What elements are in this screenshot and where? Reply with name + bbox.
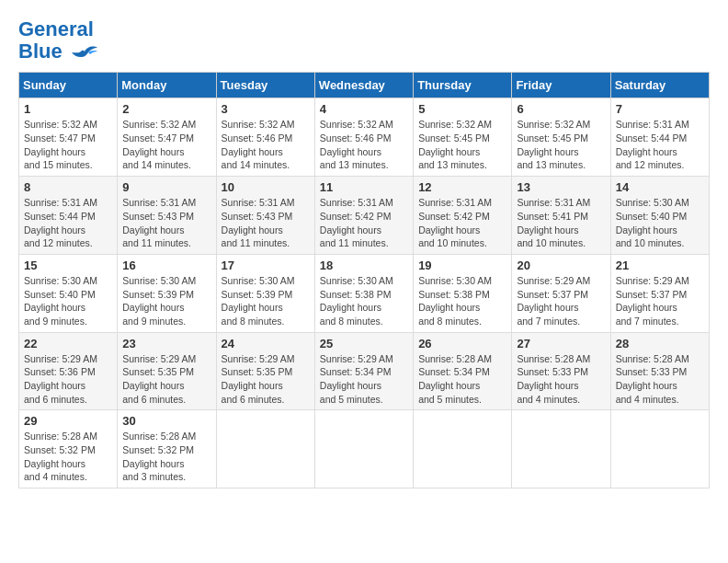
day-number: 16 [122,259,210,272]
day-number: 18 [320,259,408,272]
day-info: Sunrise: 5:29 AM Sunset: 5:35 PM Dayligh… [122,352,210,407]
day-number: 19 [418,259,506,272]
calendar-cell: 6 Sunrise: 5:32 AM Sunset: 5:45 PM Dayli… [512,98,610,177]
day-number: 27 [517,337,605,350]
day-info: Sunrise: 5:32 AM Sunset: 5:45 PM Dayligh… [517,118,605,172]
day-info: Sunrise: 5:32 AM Sunset: 5:47 PM Dayligh… [122,118,210,172]
calendar-cell [610,410,709,488]
calendar-cell: 28 Sunrise: 5:28 AM Sunset: 5:33 PM Dayl… [610,332,709,410]
day-info: Sunrise: 5:30 AM Sunset: 5:38 PM Dayligh… [418,274,506,328]
calendar-cell: 15 Sunrise: 5:30 AM Sunset: 5:40 PM Dayl… [19,254,118,332]
day-number: 21 [616,259,704,272]
day-number: 28 [616,337,704,350]
calendar-week-4: 22 Sunrise: 5:29 AM Sunset: 5:36 PM Dayl… [19,332,710,410]
day-number: 7 [616,102,704,116]
calendar-cell: 7 Sunrise: 5:31 AM Sunset: 5:44 PM Dayli… [610,98,709,177]
day-number: 20 [517,259,605,272]
day-info: Sunrise: 5:31 AM Sunset: 5:41 PM Dayligh… [517,196,605,250]
day-number: 6 [517,102,605,116]
calendar-cell: 11 Sunrise: 5:31 AM Sunset: 5:42 PM Dayl… [314,177,413,255]
calendar-cell: 8 Sunrise: 5:31 AM Sunset: 5:44 PM Dayli… [19,177,118,255]
weekday-header-sunday: Sunday [19,73,118,98]
day-info: Sunrise: 5:28 AM Sunset: 5:33 PM Dayligh… [517,352,605,407]
day-info: Sunrise: 5:28 AM Sunset: 5:32 PM Dayligh… [24,430,112,484]
calendar-cell: 3 Sunrise: 5:32 AM Sunset: 5:46 PM Dayli… [216,98,314,177]
day-info: Sunrise: 5:28 AM Sunset: 5:33 PM Dayligh… [616,352,704,407]
calendar-cell: 16 Sunrise: 5:30 AM Sunset: 5:39 PM Dayl… [118,254,216,332]
day-info: Sunrise: 5:31 AM Sunset: 5:44 PM Dayligh… [616,118,704,172]
day-number: 1 [24,102,112,116]
day-number: 2 [122,102,210,116]
day-info: Sunrise: 5:32 AM Sunset: 5:46 PM Dayligh… [320,118,408,172]
calendar-cell: 18 Sunrise: 5:30 AM Sunset: 5:38 PM Dayl… [314,254,413,332]
day-info: Sunrise: 5:29 AM Sunset: 5:37 PM Dayligh… [517,274,605,328]
calendar-cell: 22 Sunrise: 5:29 AM Sunset: 5:36 PM Dayl… [19,332,118,410]
day-number: 15 [24,259,112,272]
calendar-week-5: 29 Sunrise: 5:28 AM Sunset: 5:32 PM Dayl… [19,410,710,488]
calendar-cell: 25 Sunrise: 5:29 AM Sunset: 5:34 PM Dayl… [314,332,413,410]
calendar-cell: 19 Sunrise: 5:30 AM Sunset: 5:38 PM Dayl… [414,254,512,332]
calendar-week-3: 15 Sunrise: 5:30 AM Sunset: 5:40 PM Dayl… [19,254,710,332]
day-info: Sunrise: 5:28 AM Sunset: 5:32 PM Dayligh… [122,430,210,484]
logo-text: General Blue [18,18,97,63]
weekday-header-saturday: Saturday [610,73,709,98]
day-info: Sunrise: 5:29 AM Sunset: 5:37 PM Dayligh… [616,274,704,328]
calendar-cell: 21 Sunrise: 5:29 AM Sunset: 5:37 PM Dayl… [610,254,709,332]
calendar-cell: 24 Sunrise: 5:29 AM Sunset: 5:35 PM Dayl… [216,332,314,410]
calendar-cell: 4 Sunrise: 5:32 AM Sunset: 5:46 PM Dayli… [314,98,413,177]
calendar-cell: 17 Sunrise: 5:30 AM Sunset: 5:39 PM Dayl… [216,254,314,332]
day-number: 23 [122,337,210,350]
weekday-header-thursday: Thursday [414,73,512,98]
day-info: Sunrise: 5:31 AM Sunset: 5:42 PM Dayligh… [320,196,408,250]
day-number: 10 [222,180,310,194]
day-number: 26 [418,337,506,350]
day-number: 12 [418,180,506,194]
calendar-cell: 1 Sunrise: 5:32 AM Sunset: 5:47 PM Dayli… [19,98,118,177]
day-info: Sunrise: 5:30 AM Sunset: 5:40 PM Dayligh… [24,274,112,328]
day-info: Sunrise: 5:29 AM Sunset: 5:34 PM Dayligh… [320,352,408,407]
calendar-table: SundayMondayTuesdayWednesdayThursdayFrid… [18,72,710,488]
day-info: Sunrise: 5:29 AM Sunset: 5:35 PM Dayligh… [222,352,310,407]
day-number: 8 [24,180,112,194]
calendar-week-1: 1 Sunrise: 5:32 AM Sunset: 5:47 PM Dayli… [19,98,710,177]
day-number: 11 [320,180,408,194]
calendar-cell: 23 Sunrise: 5:29 AM Sunset: 5:35 PM Dayl… [118,332,216,410]
day-number: 13 [517,180,605,194]
calendar-cell [512,410,610,488]
day-info: Sunrise: 5:31 AM Sunset: 5:42 PM Dayligh… [418,196,506,250]
calendar-cell [314,410,413,488]
page-header: General Blue [18,18,710,63]
day-info: Sunrise: 5:28 AM Sunset: 5:34 PM Dayligh… [418,352,506,407]
day-info: Sunrise: 5:32 AM Sunset: 5:45 PM Dayligh… [418,118,506,172]
day-number: 30 [122,414,210,428]
calendar-cell: 20 Sunrise: 5:29 AM Sunset: 5:37 PM Dayl… [512,254,610,332]
calendar-cell: 9 Sunrise: 5:31 AM Sunset: 5:43 PM Dayli… [118,177,216,255]
day-number: 4 [320,102,408,116]
day-info: Sunrise: 5:30 AM Sunset: 5:39 PM Dayligh… [122,274,210,328]
calendar-header: SundayMondayTuesdayWednesdayThursdayFrid… [19,73,710,98]
logo-bird-icon [72,44,97,61]
day-info: Sunrise: 5:31 AM Sunset: 5:43 PM Dayligh… [122,196,210,250]
calendar-week-2: 8 Sunrise: 5:31 AM Sunset: 5:44 PM Dayli… [19,177,710,255]
calendar-cell: 30 Sunrise: 5:28 AM Sunset: 5:32 PM Dayl… [118,410,216,488]
day-number: 9 [122,180,210,194]
day-number: 5 [418,102,506,116]
day-number: 25 [320,337,408,350]
day-info: Sunrise: 5:31 AM Sunset: 5:44 PM Dayligh… [24,196,112,250]
calendar-cell: 12 Sunrise: 5:31 AM Sunset: 5:42 PM Dayl… [414,177,512,255]
calendar-cell: 2 Sunrise: 5:32 AM Sunset: 5:47 PM Dayli… [118,98,216,177]
day-info: Sunrise: 5:30 AM Sunset: 5:40 PM Dayligh… [616,196,704,250]
day-number: 17 [222,259,310,272]
day-info: Sunrise: 5:32 AM Sunset: 5:46 PM Dayligh… [222,118,310,172]
calendar-cell: 5 Sunrise: 5:32 AM Sunset: 5:45 PM Dayli… [414,98,512,177]
calendar-cell: 26 Sunrise: 5:28 AM Sunset: 5:34 PM Dayl… [414,332,512,410]
weekday-header-tuesday: Tuesday [216,73,314,98]
calendar-cell: 10 Sunrise: 5:31 AM Sunset: 5:43 PM Dayl… [216,177,314,255]
day-number: 3 [222,102,310,116]
day-info: Sunrise: 5:32 AM Sunset: 5:47 PM Dayligh… [24,118,112,172]
day-number: 14 [616,180,704,194]
logo-general: General [18,17,94,40]
day-number: 24 [222,337,310,350]
weekday-header-friday: Friday [512,73,610,98]
day-number: 29 [24,414,112,428]
